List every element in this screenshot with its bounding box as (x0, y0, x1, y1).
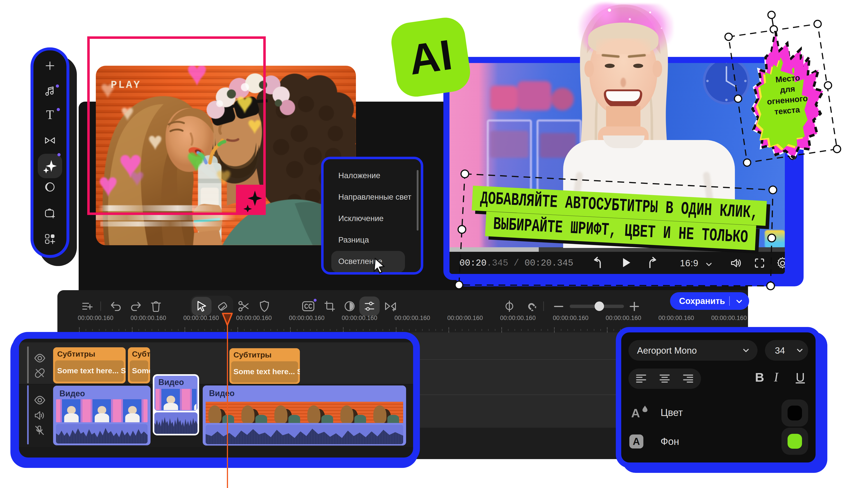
svg-text:для: для (780, 84, 796, 95)
